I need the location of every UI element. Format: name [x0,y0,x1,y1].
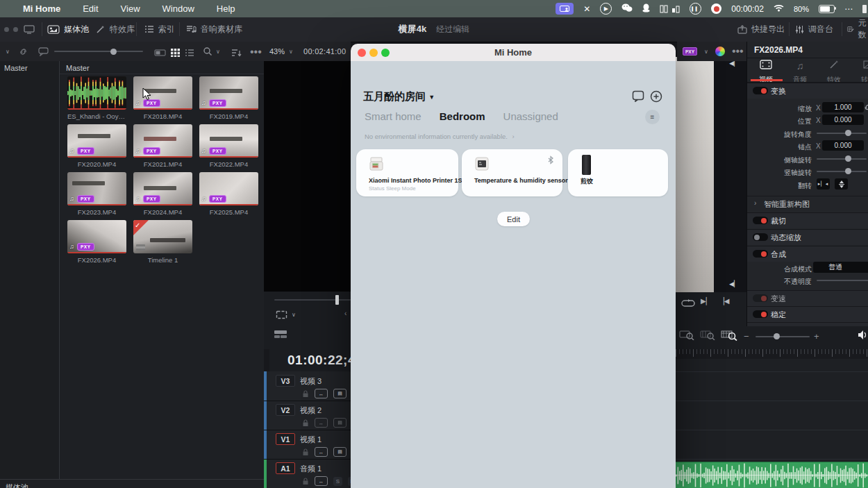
loop-icon[interactable] [681,298,695,310]
tab-audio[interactable]: ♫ 音频 [785,60,815,85]
minimize-button[interactable] [369,49,378,57]
link-xy-icon[interactable] [863,103,868,113]
track-badge[interactable]: V2 [276,404,295,416]
transform-toggle[interactable] [753,87,768,94]
timeline-clip[interactable]: ✓ Timeline 1 [133,220,192,264]
yaw-slider[interactable] [817,171,867,172]
viewer-chevron-icon[interactable]: ∨ [704,49,708,55]
more-options-icon[interactable]: ••• [250,46,262,58]
viewer-more-icon[interactable]: ••• [732,45,744,58]
crop-tool-icon[interactable] [276,310,287,322]
timeline-zoom-slider[interactable] [756,336,810,337]
jog-bar[interactable] [274,299,351,301]
anchor-value-field[interactable]: 0.000 [822,140,864,151]
bin-chevron-icon[interactable]: ∨ [6,49,10,55]
grid-view-icon[interactable] [171,47,180,60]
room-selector[interactable]: 五月酚的房间 ▼ [363,90,435,103]
wechat-icon[interactable] [621,3,633,15]
lock-icon[interactable] [302,478,309,485]
timeline-ruler[interactable] [676,349,868,360]
dynamic-zoom-toggle[interactable] [753,233,768,241]
zoom-value-field[interactable]: 1.000 [822,102,864,112]
track-name[interactable]: 视频 2 [300,405,322,416]
speaker-icon[interactable] [858,330,868,343]
media-clip[interactable]: ♫PXY FX2023.MP4 [67,172,126,216]
media-clip[interactable]: ♫PXY FX2026.MP4 [67,220,126,264]
zoom-chevron-icon[interactable]: ∨ [289,49,293,55]
mixer-button[interactable]: 调音台 [795,17,833,41]
media-clip[interactable]: ♫PXY FX2024.MP4 [133,172,192,216]
track-badge[interactable]: V3 [276,375,295,387]
zoom-detail-icon[interactable] [721,329,737,344]
media-clip[interactable]: ♫PXY FX2021.MP4 [133,124,192,168]
tab-transition[interactable]: 转场 [853,60,868,85]
track-row-v2[interactable]: V2 视频 2 ↔ ▤ [264,401,351,430]
device-card-printer[interactable]: Xiaomi Instant Photo Printer 1S Status S… [356,149,458,196]
composite-mode-select[interactable]: 普通 [813,262,868,273]
zoom-out-icon[interactable]: − [744,331,749,342]
viewer-zoom-level[interactable]: 43% [269,47,285,56]
mihome-window[interactable]: Mi Home 五月酚的房间 ▼ Smart home Bedroom Unas… [351,44,676,488]
strip-view-icon[interactable] [154,47,166,60]
next-frame-icon[interactable]: ▶▏ [701,297,711,305]
add-device-icon[interactable] [650,90,662,106]
metadata-button[interactable]: 元数 [847,17,868,41]
audio-clip[interactable] [676,462,868,488]
stabilization-toggle[interactable] [753,310,768,318]
lock-icon[interactable] [302,448,309,456]
track-row-a1[interactable]: A1 音频 1 ↔ S M [264,459,351,488]
search-chevron-icon[interactable]: ∨ [216,49,220,55]
track-enable-icon[interactable]: ▤ [333,447,347,457]
thumb-size-slider[interactable] [54,51,143,52]
quick-export-button[interactable]: 快捷导出 [737,17,785,41]
play-circle-icon[interactable]: ▶ [600,3,612,15]
lock-icon[interactable] [302,390,309,398]
sort-icon[interactable] [231,47,242,60]
link-bins-icon[interactable] [18,47,28,59]
pause-circle-icon[interactable]: ▍▍ [690,3,701,15]
prev-frame-icon[interactable]: ▕◀ [719,297,729,305]
opacity-slider[interactable] [817,280,868,281]
message-icon[interactable] [632,90,644,105]
pitch-slider-handle[interactable] [845,155,851,162]
screen-recording-icon[interactable] [556,3,574,15]
media-clip[interactable]: ♫PXY FX2025.MP4 [199,172,258,216]
auto-select-icon[interactable]: ↔ [315,476,328,486]
zoom-selection-icon[interactable] [700,329,715,343]
auto-select-icon[interactable]: ↔ [315,389,328,398]
color-wheel-icon[interactable] [715,47,725,56]
device-card-appliance[interactable]: 煎饺 [568,149,668,196]
auto-select-icon[interactable]: ↔ [315,447,328,457]
record-stop-icon[interactable] [711,3,721,14]
tab-effects[interactable]: 特效 [819,60,849,85]
menu-window[interactable]: Window [162,3,194,14]
media-clip-audio[interactable]: ES_Khandi - Ooyy.... [67,76,126,120]
rotation-slider[interactable] [817,133,867,134]
list-view-icon[interactable] [185,47,194,60]
timeline-track-lanes[interactable] [676,359,868,488]
device-card-sensor[interactable]: Temperature & humidity sensor [462,149,562,196]
menu-edit[interactable]: Edit [83,3,98,14]
crop-chevron-icon[interactable]: ∨ [292,312,296,318]
rotation-slider-handle[interactable] [845,130,851,136]
search-icon[interactable] [203,47,212,59]
zoom-full-icon[interactable] [679,329,694,343]
wifi-icon[interactable] [774,3,784,14]
track-enable-icon[interactable]: ▤ [333,389,347,398]
jog-handle[interactable] [335,295,339,305]
environment-note[interactable]: No environmental information currently a… [365,133,515,140]
crop-toggle[interactable] [753,217,768,224]
timeline-zoom-handle[interactable] [774,333,780,339]
edge-status-icon[interactable] [862,5,867,13]
track-row-v3[interactable]: V3 视频 3 ↔ ▤ [264,371,351,401]
track-name[interactable]: 音频 1 [300,464,322,474]
flip-horizontal-button[interactable]: ▸▏◂ [817,178,830,190]
media-clip[interactable]: ♫PXY FX2022.MP4 [199,124,258,168]
xnip-icon[interactable]: ✕ [583,4,590,14]
track-name[interactable]: 视频 3 [300,376,322,387]
track-badge-target[interactable]: V1 [276,433,295,445]
solo-button[interactable]: S [333,477,342,486]
thumb-size-slider-handle[interactable] [110,49,117,55]
qq-icon[interactable] [642,3,650,15]
window-titlebar[interactable]: Mi Home [351,44,676,62]
